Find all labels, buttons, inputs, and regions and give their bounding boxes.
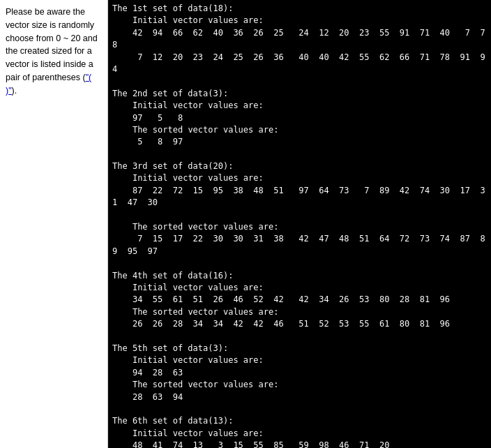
- output-content: The 1st set of data(18): Initial vector …: [112, 3, 487, 448]
- left-panel: Please be aware the vector size is rando…: [0, 0, 108, 448]
- link-text[interactable]: "( )": [6, 73, 91, 96]
- description-text: Please be aware the vector size is rando…: [6, 7, 98, 96]
- right-panel[interactable]: The 1st set of data(18): Initial vector …: [108, 0, 491, 448]
